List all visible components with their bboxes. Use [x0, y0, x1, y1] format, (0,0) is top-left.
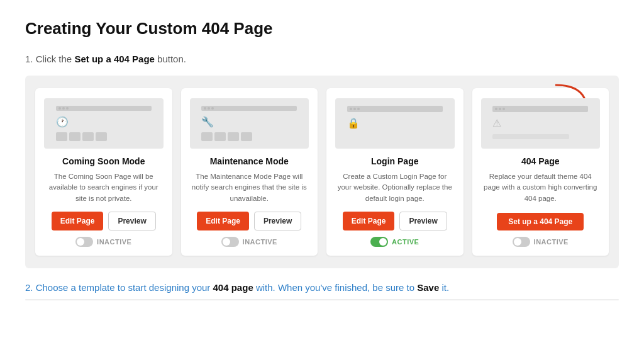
wrench-icon: 🔧	[201, 116, 214, 128]
404-status: INACTIVE	[513, 237, 569, 247]
cards-panel: 🕐 Coming Soon Mode The Coming	[25, 76, 619, 268]
maintenance-desc: The Maintenance Mode Page will notify se…	[190, 171, 309, 204]
clock-icon: 🕐	[56, 116, 69, 128]
cards-row: 🕐 Coming Soon Mode The Coming	[35, 88, 609, 256]
maintenance-preview-button[interactable]: Preview	[254, 212, 301, 230]
login-desc: Create a Custom Login Page for your webs…	[335, 171, 455, 204]
login-preview-button[interactable]: Preview	[399, 212, 447, 230]
maintenance-illustration: 🔧	[190, 98, 309, 149]
coming-soon-toggle[interactable]	[75, 237, 93, 247]
login-edit-button[interactable]: Edit Page	[343, 212, 395, 230]
coming-soon-card: 🕐 Coming Soon Mode The Coming	[35, 88, 172, 256]
login-buttons: Edit Page Preview	[343, 212, 447, 230]
maintenance-card: 🔧 Maintenance Mode The Mainten	[181, 88, 318, 256]
coming-soon-buttons: Edit Page Preview	[52, 212, 156, 230]
page-title: Creating Your Custom 404 Page	[25, 19, 619, 38]
maintenance-title: Maintenance Mode	[210, 156, 289, 166]
404-illustration: ⚠	[481, 98, 601, 149]
coming-soon-status: INACTIVE	[75, 237, 131, 247]
404-card: ⚠ 404 Page Replace your default theme 40…	[472, 88, 609, 256]
bottom-divider	[25, 299, 619, 300]
maintenance-status: INACTIVE	[221, 237, 277, 247]
404-desc: Replace your default theme 404 page with…	[481, 171, 601, 205]
maintenance-buttons: Edit Page Preview	[197, 212, 301, 230]
404-toggle[interactable]	[513, 237, 530, 247]
coming-soon-illustration: 🕐	[44, 98, 164, 149]
login-illustration: 🔒	[335, 98, 455, 149]
login-toggle[interactable]	[370, 237, 388, 247]
setup-404-button[interactable]: Set up a 404 Page	[497, 213, 584, 230]
login-status: ACTIVE	[370, 237, 419, 247]
warning-icon: ⚠	[492, 117, 501, 129]
login-title: Login Page	[371, 156, 418, 166]
coming-soon-edit-button[interactable]: Edit Page	[52, 212, 104, 230]
maintenance-edit-button[interactable]: Edit Page	[197, 212, 249, 230]
coming-soon-preview-button[interactable]: Preview	[108, 212, 155, 230]
coming-soon-title: Coming Soon Mode	[62, 156, 145, 166]
lock-icon: 🔒	[347, 117, 360, 129]
step1-instruction: 1. Click the Set up a 404 Page button.	[25, 54, 619, 64]
coming-soon-desc: The Coming Soon Page will be available t…	[44, 171, 164, 204]
step2-instruction: 2. Choose a template to start designing …	[25, 282, 619, 293]
maintenance-toggle[interactable]	[221, 237, 239, 247]
404-title: 404 Page	[521, 156, 560, 166]
login-card: 🔒 Login Page Create a Custom Login Page …	[326, 88, 464, 256]
